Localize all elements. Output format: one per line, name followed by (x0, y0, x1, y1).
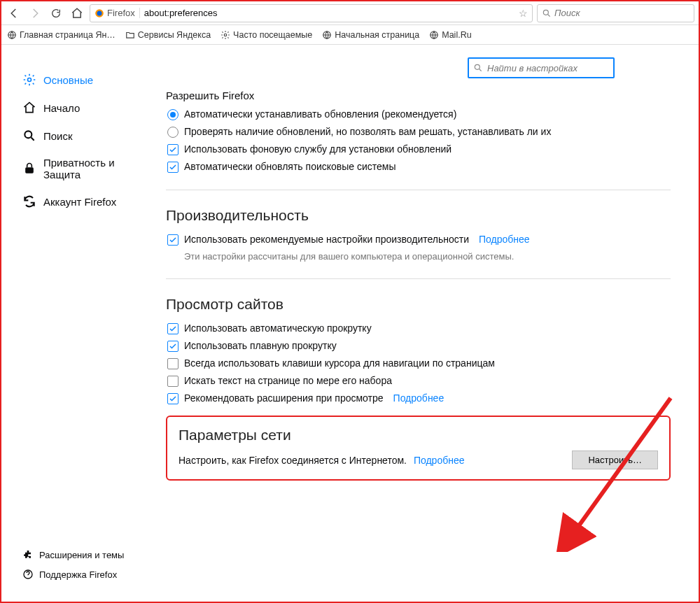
svg-rect-9 (25, 167, 34, 173)
svg-point-4 (224, 34, 227, 36)
checkmark-icon (167, 393, 178, 404)
identity-box: Firefox (94, 8, 140, 18)
sidebar-item-search[interactable]: Поиск (22, 122, 152, 150)
bookmark-item[interactable]: Часто посещаемые (220, 30, 312, 40)
check-update-search-engines[interactable]: Автоматически обновлять поисковые систем… (167, 161, 671, 173)
bookmark-item[interactable]: Главная страница Ян… (7, 30, 115, 40)
search-bar[interactable] (537, 4, 694, 22)
divider (166, 278, 671, 279)
check-cursor-nav[interactable]: Всегда использовать клавиши курсора для … (167, 357, 671, 369)
bookmark-item[interactable]: Сервисы Яндекса (125, 30, 211, 40)
forward-button[interactable] (27, 5, 43, 22)
gear-icon (220, 30, 230, 40)
preferences-main: Разрешить Firefox Автоматически устанавл… (152, 45, 699, 602)
divider (166, 190, 671, 190)
url-bar[interactable]: Firefox about:preferences ☆ (90, 4, 533, 22)
help-icon (22, 569, 34, 580)
browsing-heading: Просмотр сайтов (166, 296, 671, 313)
checkmark-icon (167, 323, 178, 334)
search-icon (473, 63, 483, 73)
sync-icon (22, 194, 36, 208)
sidebar-item-account[interactable]: Аккаунт Firefox (22, 187, 152, 215)
preferences-sidebar: Основные Начало Поиск Приватность и Защи… (1, 45, 152, 602)
sidebar-extensions[interactable]: Расширения и темы (22, 545, 152, 565)
bookmarks-bar: Главная страница Ян… Сервисы Яндекса Час… (1, 25, 699, 45)
check-find-as-you-type[interactable]: Искать текст на странице по мере его наб… (167, 375, 671, 387)
network-heading: Параметры сети (178, 427, 658, 444)
back-button[interactable] (6, 5, 22, 22)
checkmark-icon (167, 144, 178, 155)
folder-icon (125, 30, 135, 40)
bookmark-star-icon[interactable]: ☆ (519, 8, 528, 19)
globe-icon (322, 30, 332, 40)
checkbox-icon (167, 358, 178, 369)
check-recommend-extensions[interactable]: Рекомендовать расширения при просмотреПо… (167, 392, 671, 404)
radio-check-only[interactable]: Проверять наличие обновлений, но позволя… (167, 126, 671, 138)
gear-icon (22, 73, 36, 87)
radio-auto-install[interactable]: Автоматически устанавливать обновления (… (167, 108, 671, 120)
network-settings-button[interactable]: Настроить… (572, 451, 658, 469)
home-button[interactable] (69, 5, 85, 22)
url-text: about:preferences (144, 8, 519, 18)
check-autoscroll[interactable]: Использовать автоматическую прокрутку (167, 322, 671, 334)
browsing-learn-more-link[interactable]: Подробнее (393, 392, 444, 404)
check-recommended-perf[interactable]: Использовать рекомендуемые настройки про… (167, 234, 671, 246)
network-highlight-box: Параметры сети Настроить, как Firefox со… (166, 416, 671, 481)
identity-label: Firefox (107, 8, 135, 18)
check-smooth-scroll[interactable]: Использовать плавную прокрутку (167, 340, 671, 352)
sidebar-support[interactable]: Поддержка Firefox (22, 565, 152, 584)
checkmark-icon (167, 234, 178, 246)
sidebar-item-general[interactable]: Основные (22, 66, 152, 94)
radio-icon (167, 127, 178, 138)
search-input[interactable] (554, 8, 690, 18)
svg-point-7 (28, 78, 31, 82)
check-background-service[interactable]: Использовать фоновую службу для установк… (167, 143, 671, 155)
checkmark-icon (167, 341, 178, 352)
performance-heading: Производительность (166, 207, 671, 224)
sidebar-item-home[interactable]: Начало (22, 94, 152, 122)
updates-title: Разрешить Firefox (166, 90, 671, 101)
sidebar-item-privacy[interactable]: Приватность и Защита (22, 150, 152, 187)
search-icon (542, 8, 552, 18)
home-icon (22, 101, 36, 115)
reload-button[interactable] (48, 5, 64, 22)
svg-point-11 (475, 64, 479, 69)
svg-point-2 (543, 10, 548, 15)
find-input[interactable] (487, 63, 609, 73)
globe-icon (7, 30, 17, 40)
perf-description: Эти настройки рассчитаны для вашего комп… (184, 251, 671, 262)
svg-point-1 (97, 10, 102, 15)
perf-learn-more-link[interactable]: Подробнее (479, 234, 530, 245)
bookmark-item[interactable]: Начальная страница (322, 30, 419, 40)
bookmark-item[interactable]: Mail.Ru (429, 30, 471, 40)
puzzle-icon (22, 549, 34, 560)
search-icon (22, 129, 36, 143)
find-in-preferences[interactable] (468, 57, 615, 78)
radio-icon (167, 109, 178, 120)
browser-toolbar: Firefox about:preferences ☆ (1, 1, 699, 25)
checkbox-icon (167, 376, 178, 387)
checkmark-icon (167, 162, 178, 173)
network-learn-more-link[interactable]: Подробнее (414, 455, 465, 466)
svg-point-8 (24, 131, 31, 138)
lock-icon (22, 162, 36, 176)
firefox-icon (94, 8, 104, 18)
network-description: Настроить, как Firefox соединяется с Инт… (178, 455, 465, 466)
globe-icon (429, 30, 439, 40)
